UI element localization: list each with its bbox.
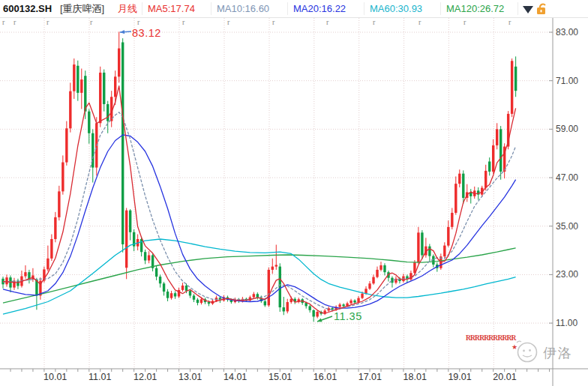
header-separator [287, 2, 288, 15]
candle-body [477, 190, 479, 194]
y-axis-label: 23.00 [556, 269, 578, 280]
candle-body [454, 184, 457, 213]
ma5-line [3, 86, 516, 313]
annotation-arrows [120, 30, 332, 322]
y-axis-label: 71.00 [556, 76, 578, 86]
header-separator [518, 2, 518, 15]
candle-body [421, 232, 423, 255]
candle-body [264, 301, 266, 305]
x-axis-label: 11.01 [88, 372, 111, 382]
stock-name: [重庆啤酒] [60, 3, 104, 15]
candle-body [103, 73, 105, 104]
candle-body [129, 211, 131, 232]
candle-body [484, 171, 487, 188]
candle-body [122, 42, 124, 244]
ma120-legend[interactable]: MA120:26.72 [446, 3, 504, 15]
ma10-line [3, 112, 516, 310]
candle-body [69, 91, 71, 129]
ma5-legend[interactable]: MA5:17.74 [148, 3, 195, 15]
dividend-r-marker: r [46, 18, 49, 26]
x-axis-label: 17.01 [358, 372, 382, 382]
candle-body [316, 312, 318, 316]
ma10-legend[interactable]: MA10:16.60 [217, 3, 269, 15]
candle-body [106, 104, 109, 121]
y-axis-label: 59.00 [556, 124, 578, 134]
candle-body [166, 292, 169, 298]
candle-body [451, 213, 453, 227]
candle-body [174, 293, 176, 296]
candle-body [99, 73, 101, 123]
candle-body [380, 265, 382, 270]
candle-body [272, 267, 274, 270]
chart-canvas[interactable] [0, 0, 588, 386]
candle-body [144, 252, 146, 260]
candle-body [50, 239, 52, 259]
stock-chart-app: 600132.SH [重庆啤酒] 月线 MA5:17.74 MA10:16.60… [0, 0, 588, 386]
header-separator [142, 2, 142, 15]
lock-open-icon[interactable] [536, 1, 549, 16]
dividend-r-marker: r [182, 18, 184, 26]
dividend-r-marker: r [373, 18, 375, 26]
chevron-down-icon[interactable] [523, 6, 533, 13]
candle-body [443, 246, 446, 257]
candle-body [511, 61, 513, 114]
candle-body [462, 174, 464, 198]
candle-body [182, 286, 184, 290]
candle-body [193, 295, 195, 299]
candle-body [338, 304, 340, 307]
x-axis-label: 14.01 [224, 372, 247, 382]
low-annotation: 11.35 [334, 310, 362, 322]
candle-body [118, 49, 120, 77]
ma20-line [3, 135, 516, 308]
chart-header: 600132.SH [重庆啤酒] 月线 MA5:17.74 MA10:16.60… [0, 0, 588, 18]
dividend-r-marker: r [14, 18, 16, 26]
candle-body [372, 277, 374, 284]
candle-body [514, 67, 517, 91]
candle-body [279, 267, 281, 307]
candle-body [500, 129, 502, 172]
watermark-logo-icon [514, 338, 540, 365]
candle-body [62, 163, 64, 192]
candle-body [200, 299, 202, 303]
dividend-r-marker: r [2, 18, 4, 26]
candle-body [488, 161, 490, 171]
candle-body [140, 239, 142, 252]
candle-body [283, 307, 285, 311]
candle-body [208, 302, 210, 304]
dividend-r-marker: r [272, 18, 274, 26]
candle-body [80, 79, 82, 93]
dividend-r-marker: r [464, 18, 466, 26]
y-axis-label: 11.00 [556, 318, 578, 328]
candle-body [170, 293, 172, 298]
candle-body [73, 64, 75, 91]
candle-body [58, 191, 60, 217]
dividend-r-marker: r [227, 18, 230, 26]
candle-body [417, 232, 419, 262]
ma60-legend[interactable]: MA60:30.93 [370, 3, 422, 15]
dividend-r-marker: r [326, 18, 328, 26]
header-separator [440, 2, 441, 15]
ma60-line [3, 239, 516, 314]
stock-code: 600132.SH [3, 3, 52, 15]
candle-body [376, 270, 378, 277]
candle-body [496, 129, 498, 145]
ma20-legend[interactable]: MA20:16.22 [293, 3, 346, 15]
candle-body [24, 272, 26, 276]
candle-body [391, 278, 393, 283]
candle-body [185, 286, 188, 291]
rights-event-row: RRRRRRRRRRR [466, 334, 516, 342]
candle-body [432, 256, 434, 265]
dividend-r-marker: r [90, 18, 92, 26]
candle-body [304, 303, 307, 306]
ma120-line [3, 248, 516, 303]
period-selector[interactable]: 月线 [118, 3, 137, 15]
x-axis-label: 13.01 [178, 372, 202, 382]
watermark-text: 伊洛 [543, 344, 573, 362]
y-axis-label: 35.00 [556, 221, 578, 232]
candle-body [447, 227, 449, 246]
candle-body [5, 277, 8, 284]
x-axis-label: 20.01 [493, 372, 516, 382]
header-separator [364, 2, 364, 15]
candle-body [361, 294, 363, 298]
candle-body [286, 302, 289, 311]
